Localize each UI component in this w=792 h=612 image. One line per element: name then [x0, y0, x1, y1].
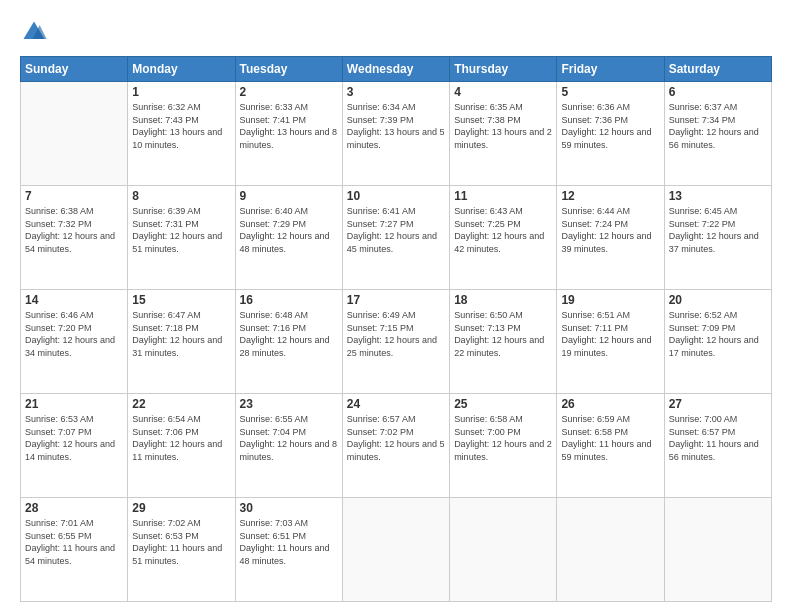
calendar-cell: 6Sunrise: 6:37 AM Sunset: 7:34 PM Daylig… [664, 82, 771, 186]
calendar-row-5: 28Sunrise: 7:01 AM Sunset: 6:55 PM Dayli… [21, 498, 772, 602]
logo [20, 18, 52, 46]
day-info: Sunrise: 6:43 AM Sunset: 7:25 PM Dayligh… [454, 205, 552, 255]
day-info: Sunrise: 6:59 AM Sunset: 6:58 PM Dayligh… [561, 413, 659, 463]
calendar-cell: 5Sunrise: 6:36 AM Sunset: 7:36 PM Daylig… [557, 82, 664, 186]
calendar-cell: 30Sunrise: 7:03 AM Sunset: 6:51 PM Dayli… [235, 498, 342, 602]
calendar-cell: 26Sunrise: 6:59 AM Sunset: 6:58 PM Dayli… [557, 394, 664, 498]
day-info: Sunrise: 6:41 AM Sunset: 7:27 PM Dayligh… [347, 205, 445, 255]
calendar-cell: 25Sunrise: 6:58 AM Sunset: 7:00 PM Dayli… [450, 394, 557, 498]
weekday-header-row: Sunday Monday Tuesday Wednesday Thursday… [21, 57, 772, 82]
day-info: Sunrise: 6:32 AM Sunset: 7:43 PM Dayligh… [132, 101, 230, 151]
calendar-cell [557, 498, 664, 602]
day-info: Sunrise: 6:55 AM Sunset: 7:04 PM Dayligh… [240, 413, 338, 463]
calendar-cell: 16Sunrise: 6:48 AM Sunset: 7:16 PM Dayli… [235, 290, 342, 394]
header-tuesday: Tuesday [235, 57, 342, 82]
calendar-row-2: 7Sunrise: 6:38 AM Sunset: 7:32 PM Daylig… [21, 186, 772, 290]
day-info: Sunrise: 6:50 AM Sunset: 7:13 PM Dayligh… [454, 309, 552, 359]
day-number: 2 [240, 85, 338, 99]
day-number: 27 [669, 397, 767, 411]
calendar-cell: 28Sunrise: 7:01 AM Sunset: 6:55 PM Dayli… [21, 498, 128, 602]
header-saturday: Saturday [664, 57, 771, 82]
calendar-cell [21, 82, 128, 186]
day-number: 4 [454, 85, 552, 99]
day-info: Sunrise: 6:33 AM Sunset: 7:41 PM Dayligh… [240, 101, 338, 151]
header-monday: Monday [128, 57, 235, 82]
calendar-cell: 12Sunrise: 6:44 AM Sunset: 7:24 PM Dayli… [557, 186, 664, 290]
calendar-table: Sunday Monday Tuesday Wednesday Thursday… [20, 56, 772, 602]
calendar-cell [450, 498, 557, 602]
day-number: 9 [240, 189, 338, 203]
day-number: 11 [454, 189, 552, 203]
day-info: Sunrise: 6:58 AM Sunset: 7:00 PM Dayligh… [454, 413, 552, 463]
header-sunday: Sunday [21, 57, 128, 82]
calendar-cell: 27Sunrise: 7:00 AM Sunset: 6:57 PM Dayli… [664, 394, 771, 498]
calendar-cell: 8Sunrise: 6:39 AM Sunset: 7:31 PM Daylig… [128, 186, 235, 290]
day-number: 16 [240, 293, 338, 307]
calendar-cell: 19Sunrise: 6:51 AM Sunset: 7:11 PM Dayli… [557, 290, 664, 394]
day-info: Sunrise: 7:00 AM Sunset: 6:57 PM Dayligh… [669, 413, 767, 463]
day-info: Sunrise: 6:47 AM Sunset: 7:18 PM Dayligh… [132, 309, 230, 359]
day-info: Sunrise: 6:40 AM Sunset: 7:29 PM Dayligh… [240, 205, 338, 255]
calendar-cell: 17Sunrise: 6:49 AM Sunset: 7:15 PM Dayli… [342, 290, 449, 394]
day-number: 29 [132, 501, 230, 515]
day-number: 30 [240, 501, 338, 515]
day-info: Sunrise: 6:45 AM Sunset: 7:22 PM Dayligh… [669, 205, 767, 255]
day-number: 5 [561, 85, 659, 99]
calendar-cell: 11Sunrise: 6:43 AM Sunset: 7:25 PM Dayli… [450, 186, 557, 290]
day-info: Sunrise: 6:37 AM Sunset: 7:34 PM Dayligh… [669, 101, 767, 151]
header [20, 18, 772, 46]
day-number: 19 [561, 293, 659, 307]
calendar-cell: 1Sunrise: 6:32 AM Sunset: 7:43 PM Daylig… [128, 82, 235, 186]
day-number: 15 [132, 293, 230, 307]
day-info: Sunrise: 6:44 AM Sunset: 7:24 PM Dayligh… [561, 205, 659, 255]
day-number: 26 [561, 397, 659, 411]
day-info: Sunrise: 6:52 AM Sunset: 7:09 PM Dayligh… [669, 309, 767, 359]
header-wednesday: Wednesday [342, 57, 449, 82]
day-number: 28 [25, 501, 123, 515]
calendar-cell: 20Sunrise: 6:52 AM Sunset: 7:09 PM Dayli… [664, 290, 771, 394]
header-thursday: Thursday [450, 57, 557, 82]
day-info: Sunrise: 6:51 AM Sunset: 7:11 PM Dayligh… [561, 309, 659, 359]
calendar-cell: 7Sunrise: 6:38 AM Sunset: 7:32 PM Daylig… [21, 186, 128, 290]
calendar-cell: 18Sunrise: 6:50 AM Sunset: 7:13 PM Dayli… [450, 290, 557, 394]
day-info: Sunrise: 6:35 AM Sunset: 7:38 PM Dayligh… [454, 101, 552, 151]
day-number: 24 [347, 397, 445, 411]
day-number: 7 [25, 189, 123, 203]
header-friday: Friday [557, 57, 664, 82]
calendar-cell: 22Sunrise: 6:54 AM Sunset: 7:06 PM Dayli… [128, 394, 235, 498]
day-number: 10 [347, 189, 445, 203]
day-number: 25 [454, 397, 552, 411]
day-info: Sunrise: 6:46 AM Sunset: 7:20 PM Dayligh… [25, 309, 123, 359]
day-info: Sunrise: 6:39 AM Sunset: 7:31 PM Dayligh… [132, 205, 230, 255]
calendar-cell [664, 498, 771, 602]
calendar-cell: 4Sunrise: 6:35 AM Sunset: 7:38 PM Daylig… [450, 82, 557, 186]
day-number: 21 [25, 397, 123, 411]
calendar-cell: 3Sunrise: 6:34 AM Sunset: 7:39 PM Daylig… [342, 82, 449, 186]
day-info: Sunrise: 6:34 AM Sunset: 7:39 PM Dayligh… [347, 101, 445, 151]
calendar-cell: 10Sunrise: 6:41 AM Sunset: 7:27 PM Dayli… [342, 186, 449, 290]
day-number: 3 [347, 85, 445, 99]
day-info: Sunrise: 6:53 AM Sunset: 7:07 PM Dayligh… [25, 413, 123, 463]
logo-icon [20, 18, 48, 46]
day-info: Sunrise: 6:48 AM Sunset: 7:16 PM Dayligh… [240, 309, 338, 359]
day-info: Sunrise: 7:02 AM Sunset: 6:53 PM Dayligh… [132, 517, 230, 567]
calendar-row-1: 1Sunrise: 6:32 AM Sunset: 7:43 PM Daylig… [21, 82, 772, 186]
day-info: Sunrise: 7:03 AM Sunset: 6:51 PM Dayligh… [240, 517, 338, 567]
day-info: Sunrise: 7:01 AM Sunset: 6:55 PM Dayligh… [25, 517, 123, 567]
day-number: 20 [669, 293, 767, 307]
day-number: 14 [25, 293, 123, 307]
calendar-cell: 9Sunrise: 6:40 AM Sunset: 7:29 PM Daylig… [235, 186, 342, 290]
calendar-row-3: 14Sunrise: 6:46 AM Sunset: 7:20 PM Dayli… [21, 290, 772, 394]
calendar-cell: 21Sunrise: 6:53 AM Sunset: 7:07 PM Dayli… [21, 394, 128, 498]
calendar-cell: 13Sunrise: 6:45 AM Sunset: 7:22 PM Dayli… [664, 186, 771, 290]
day-number: 13 [669, 189, 767, 203]
day-number: 23 [240, 397, 338, 411]
day-info: Sunrise: 6:54 AM Sunset: 7:06 PM Dayligh… [132, 413, 230, 463]
calendar-cell: 23Sunrise: 6:55 AM Sunset: 7:04 PM Dayli… [235, 394, 342, 498]
day-info: Sunrise: 6:57 AM Sunset: 7:02 PM Dayligh… [347, 413, 445, 463]
calendar-cell: 24Sunrise: 6:57 AM Sunset: 7:02 PM Dayli… [342, 394, 449, 498]
day-info: Sunrise: 6:49 AM Sunset: 7:15 PM Dayligh… [347, 309, 445, 359]
day-info: Sunrise: 6:38 AM Sunset: 7:32 PM Dayligh… [25, 205, 123, 255]
day-number: 1 [132, 85, 230, 99]
day-number: 18 [454, 293, 552, 307]
